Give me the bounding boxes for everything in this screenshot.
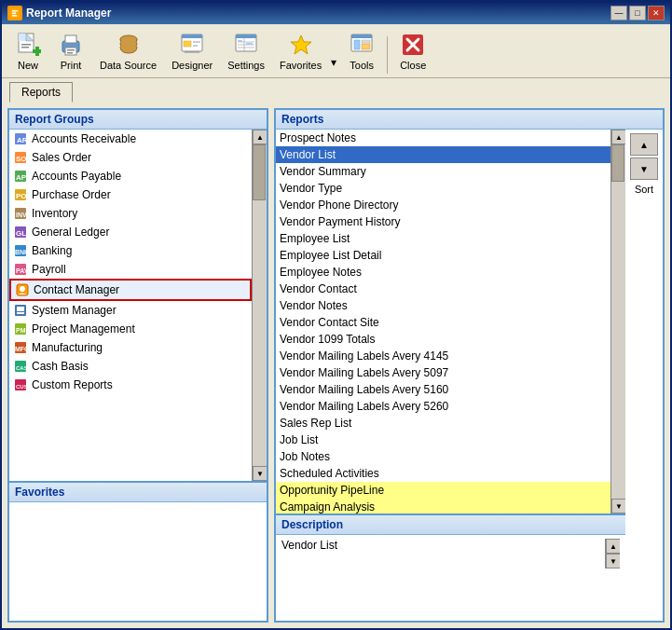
svg-marker-31: [291, 35, 311, 54]
print-button[interactable]: Print: [50, 28, 91, 74]
gl-label: General Ledger: [32, 226, 109, 239]
svg-text:PM: PM: [16, 327, 26, 334]
report-item-vendor-payment[interactable]: Vendor Payment History: [276, 213, 610, 230]
favorites-panel: Favorites: [9, 481, 267, 621]
minimize-button[interactable]: —: [610, 6, 627, 21]
tab-reports[interactable]: Reports: [9, 82, 73, 103]
report-group-item-inv[interactable]: INVInventory: [9, 204, 252, 223]
report-group-item-gl[interactable]: GLGeneral Ledger: [9, 223, 252, 241]
report-item-scheduled-activities[interactable]: Scheduled Activities: [276, 465, 610, 482]
report-group-item-cm[interactable]: Contact Manager: [9, 279, 252, 301]
report-item-employee-notes[interactable]: Employee Notes: [276, 264, 610, 281]
close-button[interactable]: Close: [392, 28, 433, 74]
report-item-vendor-contact[interactable]: Vendor Contact: [276, 281, 610, 297]
description-panel: Description Vendor List ▲ ▼: [276, 514, 625, 621]
report-item-vendor-list[interactable]: Vendor List: [276, 146, 610, 163]
custom-label: Custom Reports: [32, 378, 113, 391]
desc-scroll-down[interactable]: ▼: [606, 554, 620, 568]
tools-button[interactable]: Tools: [341, 28, 382, 74]
datasource-button[interactable]: Data Source: [93, 28, 163, 74]
favorites-dropdown-button[interactable]: ▾: [328, 53, 339, 74]
report-item-vendor-1099[interactable]: Vendor 1099 Totals: [276, 331, 610, 348]
report-group-item-sys[interactable]: System Manager: [9, 301, 252, 320]
report-group-item-ap[interactable]: APAccounts Payable: [9, 167, 252, 185]
mfg-icon: MFG: [13, 340, 28, 355]
close-window-button[interactable]: ✕: [648, 6, 665, 21]
right-scrollbar[interactable]: ▲ ▼: [610, 130, 625, 514]
report-group-item-cash[interactable]: CASHCash Basis: [9, 357, 252, 376]
sys-label: System Manager: [32, 304, 117, 317]
report-item-prospect-notes[interactable]: Prospect Notes: [276, 130, 610, 146]
bank-label: Banking: [32, 244, 72, 257]
gl-icon: GL: [13, 225, 28, 240]
report-item-sales-rep-list[interactable]: Sales Rep List: [276, 415, 610, 431]
pm-icon: PM: [13, 322, 28, 336]
favorites-dropdown-icon: ▾: [331, 56, 336, 69]
report-item-vendor-avery-5160[interactable]: Vendor Mailing Labels Avery 5160: [276, 381, 610, 398]
svg-point-57: [20, 286, 25, 292]
settings-label: Settings: [227, 60, 265, 71]
right-scroll-down[interactable]: ▼: [611, 499, 625, 514]
favorites-button[interactable]: Favorites: [273, 28, 328, 74]
report-item-vendor-summary[interactable]: Vendor Summary: [276, 163, 610, 180]
report-group-item-pm[interactable]: PMProject Management: [9, 320, 252, 338]
sort-down-button[interactable]: ▼: [630, 158, 658, 180]
report-item-campaign-analysis[interactable]: Campaign Analysis: [276, 499, 610, 514]
favorites-button-group: Favorites ▾: [273, 28, 339, 74]
report-item-job-notes[interactable]: Job Notes: [276, 448, 610, 465]
pay-icon: PAY: [13, 262, 28, 277]
reports-panel-header: Reports: [276, 110, 663, 130]
title-bar: Report Manager — □ ✕: [2, 2, 670, 24]
report-item-employee-list[interactable]: Employee List: [276, 230, 610, 247]
report-groups-list: ARAccounts ReceivableSOSales OrderAPAcco…: [9, 130, 252, 481]
scroll-down-button[interactable]: ▼: [253, 466, 267, 481]
report-group-item-ar[interactable]: ARAccounts Receivable: [9, 130, 252, 148]
report-item-vendor-avery-5097[interactable]: Vendor Mailing Labels Avery 5097: [276, 364, 610, 381]
svg-rect-2: [12, 13, 16, 15]
svg-text:PO: PO: [16, 192, 27, 200]
description-scroll: Vendor List ▲ ▼: [281, 539, 620, 568]
report-group-item-bank[interactable]: BNKBanking: [9, 241, 252, 260]
report-group-item-po[interactable]: POPurchase Order: [9, 185, 252, 204]
pay-label: Payroll: [32, 263, 66, 276]
svg-rect-24: [236, 34, 256, 38]
report-item-vendor-contact-site[interactable]: Vendor Contact Site: [276, 314, 610, 331]
report-label-vendor-avery-5260: Vendor Mailing Labels Avery 5260: [280, 400, 448, 413]
report-group-item-mfg[interactable]: MFGManufacturing: [9, 338, 252, 357]
right-scroll-up[interactable]: ▲: [611, 130, 625, 144]
app-icon: [7, 6, 22, 21]
sys-icon: [13, 303, 28, 318]
desc-scroll-up[interactable]: ▲: [606, 539, 620, 554]
cm-icon: [15, 282, 30, 297]
mfg-label: Manufacturing: [32, 341, 103, 354]
right-scroll-track[interactable]: [611, 144, 625, 499]
report-item-vendor-notes[interactable]: Vendor Notes: [276, 297, 610, 314]
new-button[interactable]: New: [7, 28, 48, 74]
scroll-up-button[interactable]: ▲: [253, 130, 267, 144]
sort-up-button[interactable]: ▲: [630, 133, 658, 156]
report-item-vendor-avery-4145[interactable]: Vendor Mailing Labels Avery 4145: [276, 348, 610, 364]
report-item-employee-detail[interactable]: Employee List Detail: [276, 247, 610, 264]
report-group-item-pay[interactable]: PAYPayroll: [9, 260, 252, 279]
toolbar-separator: [387, 36, 388, 74]
report-item-vendor-phone[interactable]: Vendor Phone Directory: [276, 197, 610, 213]
print-icon: [57, 31, 85, 59]
scroll-track[interactable]: [253, 144, 267, 466]
svg-text:BNK: BNK: [15, 249, 27, 255]
desc-scrollbar[interactable]: ▲ ▼: [605, 539, 620, 568]
maximize-button[interactable]: □: [629, 6, 646, 21]
settings-button[interactable]: Settings: [221, 28, 271, 74]
left-scrollbar[interactable]: ▲ ▼: [252, 130, 267, 481]
designer-button[interactable]: Designer: [165, 28, 219, 74]
report-item-job-list[interactable]: Job List: [276, 431, 610, 448]
designer-label: Designer: [171, 60, 213, 71]
report-group-item-so[interactable]: SOSales Order: [9, 148, 252, 167]
report-item-opportunity-pipeline[interactable]: Opportunity PipeLine: [276, 482, 610, 499]
svg-rect-33: [351, 34, 372, 38]
report-item-vendor-avery-5260[interactable]: Vendor Mailing Labels Avery 5260: [276, 398, 610, 415]
report-groups-header: Report Groups: [9, 110, 267, 130]
report-item-vendor-type[interactable]: Vendor Type: [276, 180, 610, 197]
ar-icon: AR: [13, 131, 28, 146]
report-group-item-custom[interactable]: CUSCustom Reports: [9, 376, 252, 394]
report-label-vendor-notes: Vendor Notes: [280, 299, 348, 312]
